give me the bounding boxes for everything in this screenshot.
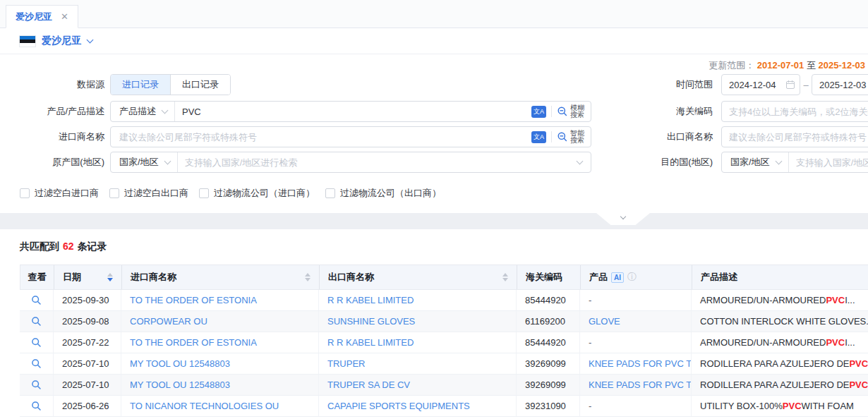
- product-type-select[interactable]: 产品描述: [111, 102, 175, 121]
- description-cell: COTTON INTERLOCK WHITE GLOVES...: [692, 311, 868, 332]
- filter-checkbox-1[interactable]: 过滤空白出口商: [109, 187, 188, 200]
- column-header-hs-code: 海关编码: [517, 265, 581, 289]
- chevron-down-icon: [620, 214, 626, 219]
- origin-country-group: 国家/地区: [110, 152, 591, 173]
- product-link[interactable]: GLOVE: [589, 316, 620, 327]
- checkbox-icon[interactable]: [109, 188, 119, 198]
- close-icon[interactable]: ✕: [61, 11, 68, 22]
- product-link[interactable]: KNEE PADS FOR PVC T...: [589, 379, 692, 390]
- hs-code-input[interactable]: [721, 101, 868, 122]
- destination-country-group: 国家/地区: [721, 152, 868, 173]
- magnifier-icon: [31, 295, 42, 305]
- data-source-option-1[interactable]: 出口记录: [170, 75, 230, 95]
- tab-estonia[interactable]: 爱沙尼亚 ✕: [6, 5, 78, 28]
- importer-link[interactable]: TO THE ORDER OF ESTONIA: [130, 295, 257, 305]
- product-cell: KNEE PADS FOR PVC T...: [580, 353, 692, 374]
- exporter-link[interactable]: CAPAPIE SPORTS EQUIPMENTS: [327, 401, 470, 411]
- description-text: ARMOURED/UN-ARMOURED: [700, 295, 826, 305]
- description-text: RODILLERA PARA AZULEJERO DE: [700, 379, 849, 390]
- exporter-link[interactable]: TRUPER SA DE CV: [327, 379, 410, 390]
- exporter-cell: TRUPER SA DE CV: [319, 375, 517, 395]
- chevron-down-icon: [164, 157, 171, 164]
- product-cell: -: [580, 332, 692, 353]
- column-header-importer[interactable]: 进口商名称: [122, 265, 320, 289]
- info-icon[interactable]: ⓘ: [627, 271, 637, 284]
- importer-link[interactable]: CORPOWEAR OU: [130, 316, 207, 327]
- view-record-button[interactable]: [31, 316, 42, 327]
- importer-link[interactable]: TO NICANOR TECHNOLOGIES OU: [130, 401, 279, 411]
- data-source-option-0[interactable]: 进口记录: [111, 75, 170, 95]
- importer-input[interactable]: [111, 132, 531, 142]
- exporter-link[interactable]: SUNSHINE GLOVES: [327, 316, 415, 327]
- sort-desc-icon[interactable]: [107, 278, 113, 281]
- view-record-button[interactable]: [31, 401, 42, 411]
- filter-checkbox-3[interactable]: 过滤物流公司（出口商）: [325, 187, 441, 200]
- description-highlight: PVC: [849, 379, 868, 390]
- tab-bar: 爱沙尼亚 ✕: [0, 0, 868, 28]
- end-date-input[interactable]: [812, 74, 868, 95]
- column-header-date[interactable]: 日期: [54, 265, 122, 289]
- hs-code-cell: 85444920: [517, 290, 580, 310]
- destination-country-input[interactable]: [789, 157, 868, 168]
- smart-search-button[interactable]: 智能搜索: [557, 130, 584, 144]
- description-text: ARMOURED/UN-ARMOURED: [700, 337, 826, 348]
- sort-desc-icon[interactable]: [305, 278, 311, 281]
- time-range-control: –: [721, 74, 868, 95]
- view-record-button[interactable]: [31, 358, 42, 369]
- sort-asc-icon[interactable]: [305, 273, 311, 277]
- checkbox-icon[interactable]: [199, 188, 209, 198]
- exporter-input[interactable]: [721, 126, 868, 147]
- translate-icon[interactable]: 文A: [531, 131, 546, 143]
- product-type-value: 产品描述: [119, 105, 156, 118]
- exporter-cell: TRUPER: [319, 353, 517, 374]
- time-range-label: 时间范围: [621, 74, 713, 95]
- product-search-input[interactable]: [175, 107, 531, 117]
- table-row: 2025-09-30TO THE ORDER OF ESTONIAR R KAB…: [20, 290, 868, 311]
- chevron-down-icon[interactable]: [87, 36, 94, 43]
- exporter-link[interactable]: R R KABEL LIMITED: [327, 295, 414, 305]
- column-header-exporter[interactable]: 出口商名称: [320, 265, 517, 289]
- filter-checkbox-row: 过滤空白进口商过滤空白出口商过滤物流公司（进口商）过滤物流公司（出口商）: [20, 187, 441, 200]
- importer-link[interactable]: MY TOOL OU 12548803: [130, 358, 230, 369]
- origin-country-input[interactable]: [178, 157, 577, 168]
- importer-cell: TO THE ORDER OF ESTONIA: [121, 332, 319, 353]
- sort-asc-icon[interactable]: [502, 273, 508, 277]
- date-cell: 2025-07-10: [54, 353, 121, 374]
- exporter-link[interactable]: R R KABEL LIMITED: [327, 337, 414, 348]
- checkbox-icon[interactable]: [20, 188, 30, 198]
- collapse-filters-button[interactable]: [596, 213, 650, 225]
- sort-control-exporter[interactable]: [502, 273, 508, 281]
- view-cell: [20, 353, 54, 374]
- importer-link[interactable]: MY TOOL OU 12548803: [130, 379, 230, 390]
- exporter-cell: SUNSHINE GLOVES: [319, 311, 517, 332]
- sort-desc-icon[interactable]: [502, 278, 508, 281]
- filter-checkbox-0[interactable]: 过滤空白进口商: [20, 187, 99, 200]
- description-cell: ARMOURED/UN-ARMOURED PVC I...: [692, 332, 868, 353]
- description-cell: RODILLERA PARA AZULEJERO DE PVC: [692, 375, 868, 395]
- view-record-button[interactable]: [31, 295, 42, 305]
- sort-control-importer[interactable]: [305, 273, 311, 281]
- exporter-link[interactable]: TRUPER: [327, 358, 365, 369]
- importer-link[interactable]: TO THE ORDER OF ESTONIA: [130, 337, 257, 348]
- destination-type-select[interactable]: 国家/地区: [722, 152, 789, 172]
- country-name[interactable]: 爱沙尼亚: [42, 35, 81, 47]
- filter-checkbox-2[interactable]: 过滤物流公司（进口商）: [199, 187, 315, 200]
- sort-asc-icon[interactable]: [107, 273, 113, 277]
- filter-panel: 更新范围： 2012-07-01 至 2025-12-03 数据源 进口记录出口…: [0, 54, 868, 213]
- view-record-button[interactable]: [31, 337, 42, 348]
- chevron-down-icon[interactable]: [577, 157, 584, 164]
- exporter-cell: R R KABEL LIMITED: [319, 332, 517, 353]
- product-link[interactable]: KNEE PADS FOR PVC T...: [589, 358, 692, 369]
- checkbox-icon[interactable]: [325, 188, 335, 198]
- exporter-label: 出口商名称: [621, 126, 713, 147]
- importer-search-group: 文A 智能搜索: [110, 126, 591, 147]
- origin-type-select[interactable]: 国家/地区: [111, 152, 178, 172]
- checkbox-label: 过滤空白进口商: [35, 187, 99, 200]
- product-empty: -: [589, 337, 591, 348]
- table-row: 2025-07-22TO THE ORDER OF ESTONIAR R KAB…: [20, 332, 868, 353]
- translate-icon[interactable]: 文A: [531, 106, 546, 118]
- date-cell: 2025-06-26: [54, 396, 121, 416]
- sort-control-date[interactable]: [107, 273, 113, 281]
- fuzzy-search-button[interactable]: 模糊搜索: [557, 104, 584, 119]
- view-record-button[interactable]: [31, 379, 42, 390]
